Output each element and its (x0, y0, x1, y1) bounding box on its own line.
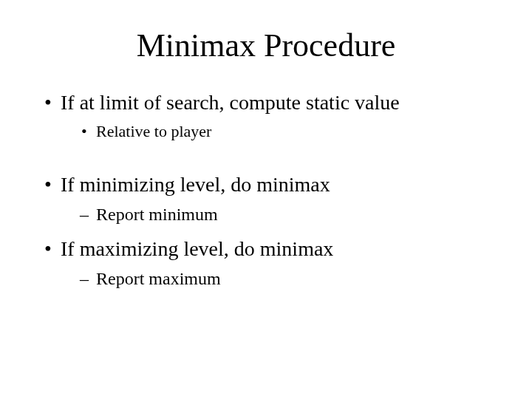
bullet-level1: If at limit of search, compute static va… (44, 89, 488, 115)
bullet-level2: Report minimum (44, 203, 488, 225)
bullet-level2: Report maximum (44, 267, 488, 290)
bullet-level1: If minimizing level, do minimax (44, 171, 488, 197)
bullet-level2: Relative to player (44, 121, 488, 142)
slide-title: Minimax Procedure (44, 27, 488, 64)
slide: Minimax Procedure If at limit of search,… (0, 0, 532, 399)
bullet-level1: If maximizing level, do minimax (44, 236, 488, 262)
